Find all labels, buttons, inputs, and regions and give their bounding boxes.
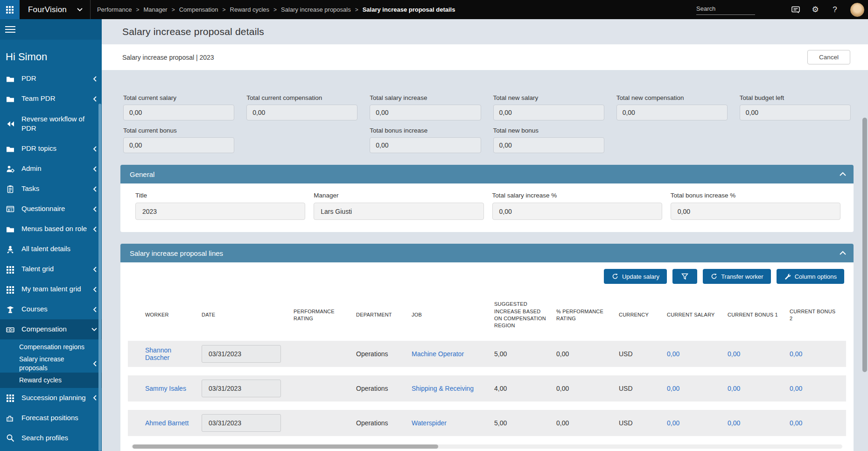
- chevron-left-icon: [93, 146, 97, 152]
- job-link[interactable]: Machine Operator: [412, 350, 464, 358]
- sidebar-item-pdr-topics[interactable]: PDR topics: [0, 139, 102, 159]
- date-input[interactable]: 03/31/2023: [202, 345, 281, 363]
- total-new-bonus-value[interactable]: 0,00: [493, 137, 604, 153]
- worker-link[interactable]: Ahmed Barnett: [145, 419, 189, 427]
- total-new-compensation-value[interactable]: 0,00: [616, 105, 728, 120]
- col-suggested-increase[interactable]: SUGGESTED INCREASE BASED ON COMPENSATION…: [494, 301, 556, 330]
- grid-icon: [6, 394, 15, 402]
- sidebar-item-compensation[interactable]: Compensation: [0, 319, 102, 339]
- user-avatar[interactable]: [850, 3, 864, 17]
- search-input[interactable]: [696, 5, 755, 12]
- total-current-salary-value[interactable]: 0,00: [123, 105, 234, 120]
- chevron-down-icon[interactable]: [77, 7, 83, 12]
- total-bonus-increase-value[interactable]: 0,00: [370, 137, 481, 153]
- grid-icon: [6, 285, 15, 294]
- total-bonus-increase-pct-input[interactable]: 0,00: [671, 203, 840, 220]
- department-cell: Operations: [356, 350, 412, 358]
- sidebar-item-my-team-talent-grid[interactable]: My team talent grid: [0, 279, 102, 299]
- sidebar-item-team-pdr[interactable]: Team PDR: [0, 89, 102, 109]
- current-salary-link[interactable]: 0,00: [667, 350, 679, 358]
- total-new-bonus-field: Total new bonus 0,00: [493, 127, 604, 153]
- filter-button[interactable]: [672, 269, 697, 284]
- sidebar-item-pdr[interactable]: PDR: [0, 69, 102, 89]
- sidebar-scrollbar[interactable]: [98, 104, 101, 451]
- chevron-up-icon[interactable]: [840, 172, 846, 176]
- sidebar-item-admin[interactable]: Admin: [0, 159, 102, 179]
- current-bonus-2-link[interactable]: 0,00: [790, 385, 802, 392]
- horizontal-scrollbar[interactable]: [132, 444, 842, 449]
- current-salary-link[interactable]: 0,00: [667, 385, 679, 392]
- column-options-button[interactable]: Column options: [777, 269, 844, 284]
- cancel-button[interactable]: Cancel: [807, 50, 850, 64]
- total-salary-increase-value[interactable]: 0,00: [370, 105, 481, 120]
- help-icon[interactable]: ?: [825, 5, 845, 14]
- sidebar-item-reverse-workflow[interactable]: Reverse workflow of PDR: [0, 109, 102, 139]
- breadcrumb-item[interactable]: Manager: [143, 6, 167, 13]
- worker-link[interactable]: Shannon Dascher: [145, 346, 171, 361]
- col-current-bonus-2[interactable]: CURRENT BONUS 2: [790, 308, 846, 323]
- sidebar-item-compensation-regions[interactable]: Compensation regions: [0, 339, 102, 355]
- sidebar-item-courses[interactable]: Courses: [0, 299, 102, 319]
- col-currency[interactable]: CURRENCY: [619, 311, 667, 318]
- current-bonus-1-link[interactable]: 0,00: [728, 419, 740, 427]
- gear-icon[interactable]: ⚙: [805, 6, 825, 14]
- breadcrumb-item[interactable]: Performance: [97, 6, 132, 13]
- sidebar-item-questionnaire[interactable]: Questionnaire: [0, 199, 102, 219]
- current-bonus-2-link[interactable]: 0,00: [790, 350, 802, 358]
- total-current-bonus-value[interactable]: 0,00: [123, 137, 234, 153]
- sidebar-item-salary-increase-proposals[interactable]: Salary increase proposals: [0, 355, 102, 373]
- general-section-header[interactable]: General: [120, 165, 854, 183]
- horizontal-scrollbar-thumb[interactable]: [133, 444, 438, 449]
- sidebar-item-forecast-positions[interactable]: Forecast positions: [0, 408, 102, 428]
- sidebar-item-succession-planning[interactable]: Succession planning: [0, 388, 102, 408]
- total-new-salary-value[interactable]: 0,00: [493, 105, 604, 120]
- col-date[interactable]: DATE: [202, 311, 294, 318]
- update-salary-button[interactable]: Update salary: [604, 269, 667, 284]
- transfer-worker-button[interactable]: Transfer worker: [703, 269, 771, 284]
- sidebar-item-tasks[interactable]: Tasks: [0, 179, 102, 199]
- col-job[interactable]: JOB: [412, 311, 494, 318]
- title-input[interactable]: 2023: [135, 203, 305, 220]
- vertical-scrollbar-thumb[interactable]: [862, 118, 867, 372]
- date-input[interactable]: 03/31/2023: [202, 414, 281, 432]
- breadcrumb-separator: >: [355, 7, 358, 13]
- total-current-compensation-value[interactable]: 0,00: [246, 105, 357, 120]
- job-link[interactable]: Shipping & Receiving: [412, 385, 474, 392]
- lines-toolbar: Update salary Transfer worker Column opt…: [128, 268, 846, 289]
- sidebar-item-menus-based-on-role[interactable]: Menus based on role: [0, 219, 102, 239]
- breadcrumb-item[interactable]: Reward cycles: [230, 6, 270, 13]
- col-current-salary[interactable]: CURRENT SALARY: [667, 311, 728, 318]
- hamburger-menu-button[interactable]: [0, 19, 102, 40]
- col-current-bonus-1[interactable]: CURRENT BONUS 1: [728, 311, 790, 318]
- suggested-increase-cell: 4,00: [494, 385, 556, 392]
- current-bonus-1-link[interactable]: 0,00: [728, 385, 740, 392]
- courses-icon: [6, 305, 15, 314]
- current-bonus-2-link[interactable]: 0,00: [790, 419, 802, 427]
- brand-logo[interactable]: FourVision: [28, 5, 67, 14]
- date-input[interactable]: 03/31/2023: [202, 380, 281, 397]
- col-performance-rating[interactable]: PERFORMANCE RATING: [294, 308, 356, 323]
- current-salary-link[interactable]: 0,00: [667, 419, 679, 427]
- proposal-lines-section: Salary increase proposal lines Update sa…: [120, 244, 854, 451]
- job-link[interactable]: Waterspider: [412, 419, 447, 427]
- total-budget-left-value[interactable]: 0,00: [740, 105, 851, 120]
- proposal-lines-section-header[interactable]: Salary increase proposal lines: [120, 244, 854, 262]
- manager-input[interactable]: Lars Giusti: [314, 203, 483, 220]
- current-bonus-1-link[interactable]: 0,00: [728, 350, 740, 358]
- breadcrumb-item[interactable]: Compensation: [179, 6, 218, 13]
- chevron-up-icon[interactable]: [840, 251, 846, 255]
- page-title-band: Salary increase proposal details: [102, 19, 868, 44]
- breadcrumb-item[interactable]: Salary increase proposals: [281, 6, 351, 13]
- feedback-icon[interactable]: [786, 6, 805, 14]
- sidebar-item-talent-grid[interactable]: Talent grid: [0, 259, 102, 279]
- total-salary-increase-pct-input[interactable]: 0,00: [492, 203, 662, 220]
- sidebar-item-search-profiles[interactable]: Search profiles: [0, 428, 102, 448]
- sidebar-item-all-talent-details[interactable]: All talent details: [0, 239, 102, 259]
- col-worker[interactable]: WORKER: [128, 311, 202, 318]
- app-launcher-button[interactable]: [0, 0, 20, 19]
- col-department[interactable]: DEPARTMENT: [356, 311, 412, 318]
- sidebar-item-reward-cycles[interactable]: Reward cycles: [0, 373, 102, 388]
- record-header: Salary increase proposal | 2023 Cancel: [102, 44, 868, 70]
- worker-link[interactable]: Sammy Isales: [145, 385, 186, 392]
- col-pct-performance-rating[interactable]: % PERFORMANCE RATING: [556, 308, 619, 323]
